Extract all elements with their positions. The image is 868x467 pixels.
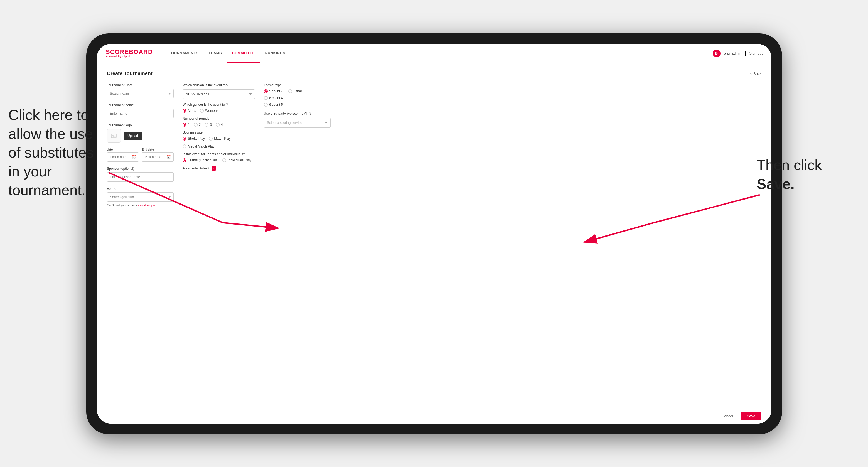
scoring-medal-match-dot xyxy=(183,145,186,148)
form-col3: Format type 5 count 4 Other xyxy=(264,83,331,212)
scoring-system-radio-group: Stroke Play Match Play Medal Match Play xyxy=(183,137,255,148)
gender-label: Which gender is the event for? xyxy=(183,103,255,106)
user-avatar: B xyxy=(713,50,720,57)
scoring-api-label: Use third-party live scoring API? xyxy=(264,112,331,116)
rounds-label: Number of rounds xyxy=(183,117,255,121)
scoring-api-group: Use third-party live scoring API? Select… xyxy=(264,112,331,128)
nav-teams[interactable]: TEAMS xyxy=(204,44,227,63)
format-6count5[interactable]: 6 count 5 xyxy=(264,103,331,106)
svg-rect-0 xyxy=(111,134,116,138)
tournament-host-input[interactable] xyxy=(107,89,174,98)
format-6count5-dot xyxy=(264,103,268,106)
start-date-label: date xyxy=(107,148,139,151)
scoring-system-label: Scoring system xyxy=(183,130,255,134)
gender-womens-dot xyxy=(200,109,204,113)
tablet-screen: SCOREBOARD Powered by clippd TOURNAMENTS… xyxy=(97,44,771,424)
navbar: SCOREBOARD Powered by clippd TOURNAMENTS… xyxy=(97,44,771,63)
app-container: SCOREBOARD Powered by clippd TOURNAMENTS… xyxy=(97,44,771,424)
format-other[interactable]: Other xyxy=(288,89,302,93)
event-teams[interactable]: Teams (+Individuals) xyxy=(183,158,218,162)
tournament-host-label: Tournament Host xyxy=(107,83,174,87)
user-name: blair admin xyxy=(724,51,742,55)
scoring-system-group: Scoring system Stroke Play Match Play xyxy=(183,130,255,148)
nav-rankings[interactable]: RANKINGS xyxy=(260,44,290,63)
sign-out-link[interactable]: Sign out xyxy=(749,51,763,55)
scoring-stroke[interactable]: Stroke Play xyxy=(183,137,205,141)
format-6count4-dot xyxy=(264,96,268,100)
scoring-api-select[interactable]: Select a scoring service xyxy=(264,118,331,128)
rounds-4-dot xyxy=(216,123,220,127)
allow-substitutes-checkbox[interactable]: ✓ xyxy=(212,166,216,170)
event-type-group: Is this event for Teams and/or Individua… xyxy=(183,152,255,162)
nav-links: TOURNAMENTS TEAMS COMMITTEE RANKINGS xyxy=(164,44,713,63)
venue-label: Venue xyxy=(107,187,174,191)
main-content: Create Tournament < Back Tournament Host… xyxy=(97,63,771,408)
start-date-calendar-icon: 📅 xyxy=(132,155,137,159)
gender-womens[interactable]: Womens xyxy=(200,109,218,113)
nav-tournaments[interactable]: TOURNAMENTS xyxy=(164,44,204,63)
tablet-shell: SCOREBOARD Powered by clippd TOURNAMENTS… xyxy=(86,33,782,434)
page-header: Create Tournament < Back xyxy=(107,71,762,76)
rounds-group: Number of rounds 1 2 xyxy=(183,117,255,127)
format-type-label: Format type xyxy=(264,83,331,87)
nav-committee[interactable]: COMMITTEE xyxy=(227,44,260,63)
form-col2: Which division is the event for? NCAA Di… xyxy=(183,83,255,212)
sponsor-group: Sponsor (optional) xyxy=(107,167,174,182)
end-date-group: End date 📅 xyxy=(142,148,174,162)
rounds-1[interactable]: 1 xyxy=(183,123,190,127)
cancel-button[interactable]: Cancel xyxy=(717,412,737,420)
scoring-medal-match[interactable]: Medal Match Play xyxy=(183,145,214,148)
gender-group: Which gender is the event for? Mens Wome… xyxy=(183,103,255,113)
allow-substitutes-group: Allow substitutes? ✓ xyxy=(183,166,255,170)
tournament-name-label: Tournament name xyxy=(107,103,174,107)
format-5count4[interactable]: 5 count 4 xyxy=(264,89,283,93)
nav-right: B blair admin | Sign out xyxy=(713,50,763,57)
division-select[interactable]: NCAA Division I xyxy=(183,89,255,99)
format-6count4[interactable]: 6 count 4 xyxy=(264,96,331,100)
rounds-2[interactable]: 2 xyxy=(194,123,201,127)
scoring-match[interactable]: Match Play xyxy=(209,137,230,141)
form-columns: Tournament Host ▼ Tournament name Tourna xyxy=(107,83,762,212)
end-date-calendar-icon: 📅 xyxy=(167,155,172,159)
tournament-host-group: Tournament Host ▼ xyxy=(107,83,174,98)
scoring-match-dot xyxy=(209,137,213,141)
venue-input[interactable] xyxy=(107,192,174,202)
venue-email-link[interactable]: email support xyxy=(138,204,157,207)
sponsor-label: Sponsor (optional) xyxy=(107,167,174,170)
form-col1: Tournament Host ▼ Tournament name Tourna xyxy=(107,83,174,212)
back-link[interactable]: < Back xyxy=(750,71,762,76)
gender-mens[interactable]: Mens xyxy=(183,109,196,113)
venue-dropdown-icon: ▼ xyxy=(168,195,172,199)
sponsor-input[interactable] xyxy=(107,172,174,182)
division-group: Which division is the event for? NCAA Di… xyxy=(183,83,255,99)
tournament-name-group: Tournament name xyxy=(107,103,174,118)
event-teams-dot xyxy=(183,158,186,162)
gender-mens-dot xyxy=(183,109,186,113)
rounds-2-dot xyxy=(194,123,197,127)
annotation-left: Click here to allow the use of substitut… xyxy=(8,106,103,200)
upload-button[interactable]: Upload xyxy=(124,132,142,140)
rounds-3-dot xyxy=(205,123,209,127)
tournament-logo-group: Tournament logo Upload xyxy=(107,123,174,143)
logo-upload-area: Upload xyxy=(107,129,174,143)
format-row-1: 5 count 4 Other xyxy=(264,89,331,93)
tournament-logo-label: Tournament logo xyxy=(107,123,174,127)
rounds-radio-group: 1 2 3 xyxy=(183,123,255,127)
footer-bar: Cancel Save xyxy=(97,408,771,424)
format-options: 5 count 4 Other 6 count 4 xyxy=(264,89,331,106)
save-button[interactable]: Save xyxy=(741,412,762,420)
rounds-4[interactable]: 4 xyxy=(216,123,223,127)
format-other-dot xyxy=(288,89,292,93)
rounds-3[interactable]: 3 xyxy=(205,123,212,127)
logo-area: SCOREBOARD Powered by clippd xyxy=(106,49,153,58)
format-type-group: Format type 5 count 4 Other xyxy=(264,83,331,106)
allow-substitutes-label: Allow substitutes? xyxy=(183,166,209,170)
event-individuals[interactable]: Individuals Only xyxy=(222,158,251,162)
logo-scoreboard: SCOREBOARD xyxy=(106,49,153,55)
tournament-name-input[interactable] xyxy=(107,109,174,118)
start-date-wrap: 📅 xyxy=(107,152,139,162)
division-label: Which division is the event for? xyxy=(183,83,255,87)
date-row: date 📅 End date 📅 xyxy=(107,148,174,162)
logo-sub: Powered by clippd xyxy=(106,55,153,58)
annotation-right: Then click Save. xyxy=(757,156,846,193)
